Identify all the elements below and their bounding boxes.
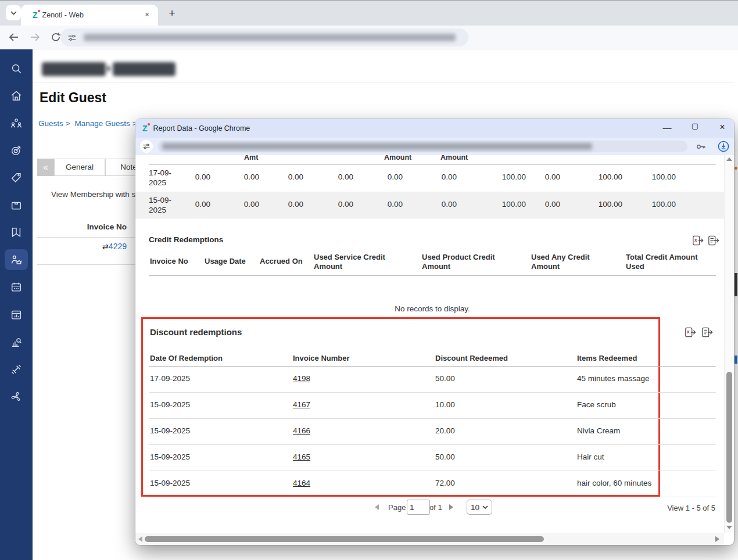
tag-icon[interactable] bbox=[10, 171, 23, 184]
reports-icon[interactable] bbox=[10, 226, 23, 239]
discount-amount: 72.00 bbox=[435, 479, 455, 487]
page-number-input[interactable] bbox=[407, 500, 430, 515]
close-window-button[interactable]: × bbox=[714, 122, 731, 132]
popup-titlebar[interactable]: Z Report Data - Google Chrome — ▢ × bbox=[135, 119, 734, 138]
column-header: Accrued On bbox=[260, 257, 312, 266]
redemption-date: 15-09-2025 bbox=[150, 453, 190, 461]
cell: 0.00 bbox=[170, 200, 210, 209]
column-header: Used Service Credit Amount bbox=[314, 253, 392, 271]
cell: 0.00 bbox=[313, 200, 353, 209]
invoice-no-header: Invoice No bbox=[69, 222, 127, 231]
redemption-date: 15-09-2025 bbox=[150, 426, 190, 435]
tab-general[interactable]: General bbox=[54, 159, 105, 176]
dumbbell-icon[interactable] bbox=[10, 363, 23, 376]
membership-text: View Membership with s bbox=[51, 190, 135, 199]
invoice-link[interactable]: 4164 bbox=[293, 479, 310, 487]
cell: 0.00 bbox=[263, 173, 303, 181]
invoice-link[interactable]: 4167 bbox=[293, 400, 310, 409]
credit-redemptions-title: Credit Redemptions bbox=[149, 235, 223, 244]
invoice-link[interactable]: 4165 bbox=[293, 453, 310, 461]
invoice-table-divider bbox=[37, 237, 135, 238]
sidebar-nav bbox=[0, 49, 33, 560]
popup-site-settings-button[interactable] bbox=[140, 140, 153, 153]
home-icon[interactable] bbox=[10, 89, 23, 102]
address-bar[interactable] bbox=[60, 28, 468, 46]
zenoti-favicon-popup: Z bbox=[142, 124, 148, 132]
password-key-icon[interactable] bbox=[695, 141, 706, 152]
page-count-label: of 1 bbox=[429, 503, 442, 512]
page-size-select[interactable]: 10 bbox=[467, 500, 492, 515]
site-settings-icon bbox=[142, 142, 151, 150]
vertical-scroll-thumb[interactable] bbox=[726, 372, 732, 523]
svg-text:x: x bbox=[694, 238, 697, 243]
spa-fan-icon[interactable] bbox=[10, 390, 23, 403]
breadcrumb-manage-guests[interactable]: Manage Guests bbox=[74, 119, 130, 128]
search-icon[interactable] bbox=[10, 62, 23, 75]
reload-icon[interactable] bbox=[50, 31, 62, 43]
minimize-button[interactable]: — bbox=[658, 123, 676, 132]
guest-crown-icon bbox=[10, 253, 23, 266]
view-range-label: View 1 - 5 of 5 bbox=[634, 504, 715, 512]
occluded-page-content bbox=[734, 49, 738, 560]
maximize-button[interactable]: ▢ bbox=[686, 121, 704, 130]
horizontal-scroll-thumb[interactable] bbox=[145, 536, 544, 542]
new-tab-button[interactable]: + bbox=[165, 7, 179, 21]
export-csv-icon[interactable] bbox=[708, 235, 719, 246]
back-icon[interactable] bbox=[8, 31, 20, 43]
cell: 0.00 bbox=[362, 200, 403, 209]
scroll-up-icon[interactable] bbox=[726, 157, 732, 161]
scroll-down-icon[interactable] bbox=[726, 526, 732, 529]
redemption-date: 17-09-2025 bbox=[150, 374, 190, 383]
dashboard-icon[interactable] bbox=[10, 308, 23, 321]
items-redeemed: Nivia Cream bbox=[577, 426, 620, 435]
svg-text:x: x bbox=[687, 329, 690, 335]
page-title: Edit Guest bbox=[40, 90, 106, 106]
cell: 0.00 bbox=[218, 200, 259, 209]
download-icon[interactable] bbox=[717, 140, 730, 153]
tab-title: Zenoti - Web bbox=[42, 11, 142, 19]
package-icon[interactable] bbox=[10, 199, 23, 211]
header-divider bbox=[33, 82, 738, 82]
column-header: Invoice No bbox=[150, 257, 196, 266]
invoice-link-4229[interactable]: 4229 bbox=[109, 242, 127, 251]
next-page-icon[interactable] bbox=[449, 504, 453, 510]
export-excel-icon[interactable]: x bbox=[685, 326, 696, 338]
scroll-right-icon[interactable] bbox=[715, 536, 719, 542]
items-redeemed: Face scrub bbox=[577, 400, 616, 409]
cell: 100.00 bbox=[635, 200, 676, 209]
breadcrumb-guests[interactable]: Guests bbox=[38, 119, 63, 128]
screen: Z Zenoti - Web × + Edit Guest Guests> bbox=[0, 0, 738, 560]
scroll-left-icon[interactable] bbox=[138, 536, 142, 542]
browser-tab-zenoti[interactable]: Z Zenoti - Web × bbox=[21, 5, 158, 26]
site-settings-icon[interactable] bbox=[67, 33, 77, 42]
vertical-scrollbar[interactable] bbox=[724, 155, 734, 533]
calendar-icon[interactable] bbox=[10, 281, 23, 293]
target-icon[interactable] bbox=[10, 144, 23, 157]
tab-close-button[interactable]: × bbox=[142, 10, 152, 20]
invoice-link[interactable]: 4166 bbox=[293, 426, 310, 435]
redacted-separator bbox=[106, 66, 110, 71]
collapse-panel-button[interactable]: « bbox=[37, 159, 54, 176]
redacted-popup-url bbox=[162, 143, 592, 150]
cell: 100.00 bbox=[582, 200, 622, 209]
export-excel-icon[interactable]: x bbox=[692, 235, 704, 246]
zenoti-favicon: Z bbox=[33, 11, 38, 19]
prev-page-icon[interactable] bbox=[375, 504, 379, 510]
horizontal-scrollbar[interactable] bbox=[135, 533, 724, 545]
forward-icon[interactable] bbox=[29, 31, 41, 43]
tab-search-button[interactable] bbox=[6, 5, 21, 20]
discount-header-underline bbox=[149, 366, 716, 367]
chart-search-icon[interactable] bbox=[10, 336, 23, 349]
discount-redemptions-title: Discount redemptions bbox=[150, 327, 242, 337]
export-csv-icon[interactable] bbox=[701, 326, 713, 338]
people-icon[interactable] bbox=[10, 117, 23, 130]
popup-address-bar[interactable] bbox=[157, 141, 687, 152]
column-header: Used Any Credit Amount bbox=[531, 253, 598, 271]
sidebar-item-guests-selected[interactable] bbox=[5, 249, 28, 270]
discount-amount: 50.00 bbox=[435, 374, 455, 383]
invoice-link[interactable]: 4198 bbox=[293, 374, 310, 383]
redacted-center-name-2 bbox=[113, 62, 175, 76]
report-data-window: Z Report Data - Google Chrome — ▢ × Amt … bbox=[135, 119, 734, 545]
cell: 100.00 bbox=[582, 173, 622, 181]
popup-window-title: Report Data - Google Chrome bbox=[153, 124, 734, 132]
